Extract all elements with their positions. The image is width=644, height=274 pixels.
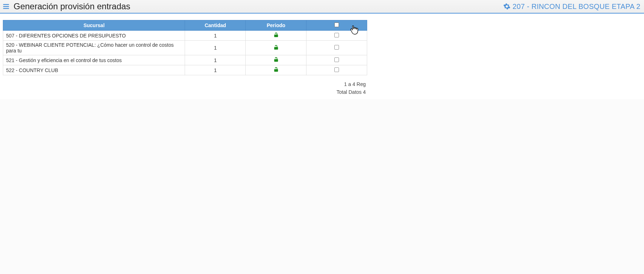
page-title: Generación provisión entradas xyxy=(14,1,130,11)
col-sucursal[interactable]: Sucursal xyxy=(3,20,185,31)
footer-total: Total Datos 4 xyxy=(3,88,366,96)
cell-check xyxy=(306,31,367,41)
table-header-row: Sucursal Cantidad Periodo xyxy=(3,20,367,31)
menu-icon[interactable] xyxy=(2,2,10,10)
col-cantidad[interactable]: Cantidad xyxy=(185,20,246,31)
unlock-icon[interactable] xyxy=(273,45,279,50)
sucursal-table: Sucursal Cantidad Periodo 507 - DIFERENT… xyxy=(3,20,367,75)
cell-cantidad: 1 xyxy=(185,31,246,41)
gear-icon xyxy=(503,3,510,10)
col-checkbox xyxy=(306,20,367,31)
row-checkbox[interactable] xyxy=(334,57,339,62)
row-checkbox[interactable] xyxy=(334,45,339,50)
table-footer: 1 a 4 Reg Total Datos 4 xyxy=(3,75,367,96)
svg-rect-2 xyxy=(3,8,9,9)
table-row: 507 - DIFERENTES OPCIONES DE PRESUPUESTO… xyxy=(3,31,367,41)
cell-sucursal: 507 - DIFERENTES OPCIONES DE PRESUPUESTO xyxy=(3,31,185,41)
cell-sucursal: 522 - COUNTRY CLUB xyxy=(3,65,185,75)
cell-check xyxy=(306,65,367,75)
cell-check xyxy=(306,41,367,55)
header-left: Generación provisión entradas xyxy=(2,1,130,11)
table-row: 521 - Gestión y eficiencia en el control… xyxy=(3,55,367,65)
svg-rect-1 xyxy=(3,6,9,7)
cell-cantidad: 1 xyxy=(185,41,246,55)
cell-cantidad: 1 xyxy=(185,65,246,75)
select-all-checkbox[interactable] xyxy=(334,22,339,27)
footer-range: 1 a 4 Reg xyxy=(3,80,366,88)
unlock-icon[interactable] xyxy=(273,57,279,62)
cell-periodo xyxy=(246,65,306,75)
table-row: 520 - WEBINAR CLIENTE POTENCIAL: ¿Cómo h… xyxy=(3,41,367,55)
cell-periodo xyxy=(246,55,306,65)
table-wrap: Sucursal Cantidad Periodo 507 - DIFERENT… xyxy=(3,20,367,75)
row-checkbox[interactable] xyxy=(334,67,339,72)
cell-sucursal: 521 - Gestión y eficiencia en el control… xyxy=(3,55,185,65)
table-row: 522 - COUNTRY CLUB1 xyxy=(3,65,367,75)
cell-periodo xyxy=(246,31,306,41)
row-checkbox[interactable] xyxy=(334,33,339,37)
cell-check xyxy=(306,55,367,65)
cell-cantidad: 1 xyxy=(185,55,246,65)
cell-sucursal: 520 - WEBINAR CLIENTE POTENCIAL: ¿Cómo h… xyxy=(3,41,185,55)
svg-rect-0 xyxy=(3,4,9,5)
col-periodo[interactable]: Periodo xyxy=(246,20,306,31)
app-header: Generación provisión entradas 207 - RINC… xyxy=(0,0,644,14)
context-selector[interactable]: 207 - RINCON DEL BOSQUE ETAPA 2 xyxy=(503,2,640,11)
main-content: Sucursal Cantidad Periodo 507 - DIFERENT… xyxy=(0,14,644,99)
unlock-icon[interactable] xyxy=(273,67,279,72)
cell-periodo xyxy=(246,41,306,55)
context-label-text: 207 - RINCON DEL BOSQUE ETAPA 2 xyxy=(513,2,640,11)
unlock-icon[interactable] xyxy=(273,32,279,38)
